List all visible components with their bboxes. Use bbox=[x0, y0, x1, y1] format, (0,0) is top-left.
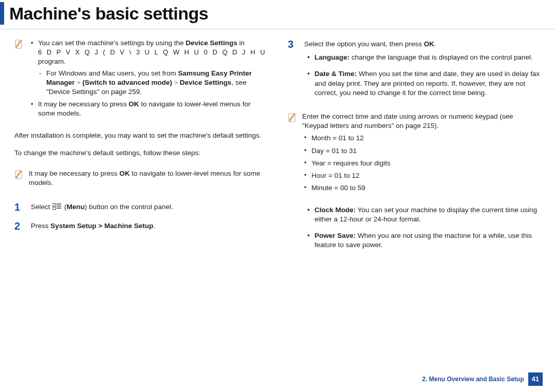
page-header: Machine's basic settings bbox=[0, 0, 555, 26]
note-block-1: You can set the machine's settings by us… bbox=[14, 39, 267, 122]
text: . bbox=[153, 222, 155, 230]
note-body: It may be necessary to press OK to navig… bbox=[29, 169, 267, 188]
bold: Manager bbox=[46, 79, 75, 86]
paragraph-1: After installation is complete, you may … bbox=[14, 131, 267, 140]
note-block-3: Enter the correct time and date using ar… bbox=[288, 112, 541, 196]
text: It may be necessary to press bbox=[38, 100, 128, 108]
bold: OK bbox=[424, 40, 434, 48]
note-body: Enter the correct time and date using ar… bbox=[302, 112, 541, 196]
text: For Windows and Mac users, you set from bbox=[46, 69, 178, 77]
text: You can set the machine's settings by us… bbox=[38, 39, 186, 47]
text: Enter the correct time and date using ar… bbox=[302, 113, 513, 129]
note1-dash1: For Windows and Mac users, you set from … bbox=[38, 69, 267, 97]
bold: Device Settings bbox=[180, 79, 232, 86]
step-body: Select the option you want, then press O… bbox=[304, 39, 541, 105]
note-icon bbox=[14, 170, 24, 188]
option-date-time: Date & Time: When you set the time and d… bbox=[304, 69, 541, 98]
step-2: 2 Press System Setup > Machine Setup. bbox=[14, 220, 267, 231]
bold: OK bbox=[128, 100, 139, 108]
text: It may be necessary to press bbox=[29, 170, 119, 177]
text: ) button on the control panel. bbox=[85, 203, 173, 211]
range-month: Month = 01 to 12 bbox=[302, 134, 541, 143]
paragraph-2: To change the machine's default settings… bbox=[14, 148, 267, 158]
page-footer: 2. Menu Overview and Basic Setup 41 bbox=[422, 372, 543, 386]
step-number: 3 bbox=[288, 39, 297, 49]
note1-bullet1: You can set the machine's settings by us… bbox=[29, 39, 267, 97]
bold: OK bbox=[119, 170, 130, 177]
text: Select bbox=[31, 203, 52, 211]
range-hour: Hour = 01 to 12 bbox=[302, 171, 541, 180]
text: ( bbox=[62, 203, 66, 211]
step-number: 2 bbox=[14, 220, 24, 231]
separator: > bbox=[77, 79, 82, 86]
bold: Menu bbox=[67, 203, 85, 211]
text: . bbox=[434, 40, 436, 48]
note-icon bbox=[288, 113, 297, 196]
right-column: 3 Select the option you want, then press… bbox=[288, 39, 541, 257]
step-3: 3 Select the option you want, then press… bbox=[288, 39, 541, 105]
text: program. bbox=[38, 58, 66, 65]
separator: > bbox=[174, 79, 180, 86]
text: Select the option you want, then press bbox=[304, 40, 424, 48]
range-day: Day = 01 to 31 bbox=[302, 146, 541, 156]
step-body: Select (Menu) button on the control pane… bbox=[31, 201, 267, 213]
bold: Samsung Easy Printer bbox=[178, 69, 252, 77]
svg-rect-3 bbox=[52, 207, 55, 210]
option-power-save: Power Save: When you are not using the m… bbox=[304, 231, 541, 250]
bold: Language: bbox=[314, 53, 349, 61]
step-1: 1 Select (Menu) button on the control pa… bbox=[14, 201, 267, 213]
option-language: Language: change the language that is di… bbox=[304, 53, 541, 62]
note1-bullet2: It may be necessary to press OK to navig… bbox=[29, 100, 267, 118]
title-accent-bar bbox=[0, 2, 4, 25]
range-minute: Minute = 00 to 59 bbox=[302, 183, 541, 193]
text: in bbox=[237, 39, 245, 47]
page-title: Machine's basic settings bbox=[9, 2, 208, 26]
range-year: Year = requires four digits bbox=[302, 159, 541, 168]
continued-bullets: Clock Mode: You can set your machine to … bbox=[304, 206, 541, 250]
note-icon bbox=[14, 40, 24, 122]
note-body: You can set the machine's settings by us… bbox=[29, 39, 267, 122]
chapter-label: 2. Menu Overview and Basic Setup bbox=[422, 375, 524, 383]
menu-icon bbox=[52, 202, 62, 213]
left-column: You can set the machine's settings by us… bbox=[14, 39, 267, 257]
garbled-text: 6 D P V X Q J ( D V \ 3 U L Q W H U 0 D … bbox=[38, 48, 267, 56]
bold: (Switch to advanced mode) bbox=[82, 79, 172, 86]
note-block-2: It may be necessary to press OK to navig… bbox=[14, 169, 267, 188]
bold: Date & Time: bbox=[314, 70, 357, 78]
text: Press bbox=[31, 222, 50, 230]
bold: Clock Mode: bbox=[314, 206, 356, 214]
bold: Device Settings bbox=[186, 39, 237, 47]
bold: System Setup > Machine Setup bbox=[50, 222, 153, 230]
step-number: 1 bbox=[14, 201, 24, 212]
bold: Power Save: bbox=[314, 232, 356, 239]
option-clock-mode: Clock Mode: You can set your machine to … bbox=[304, 206, 541, 224]
divider bbox=[0, 29, 555, 29]
step-body: Press System Setup > Machine Setup. bbox=[31, 220, 267, 231]
content-columns: You can set the machine's settings by us… bbox=[0, 39, 555, 257]
svg-rect-2 bbox=[52, 203, 55, 206]
text: change the language that is displayed on… bbox=[349, 53, 533, 61]
page-number-badge: 41 bbox=[528, 372, 543, 386]
